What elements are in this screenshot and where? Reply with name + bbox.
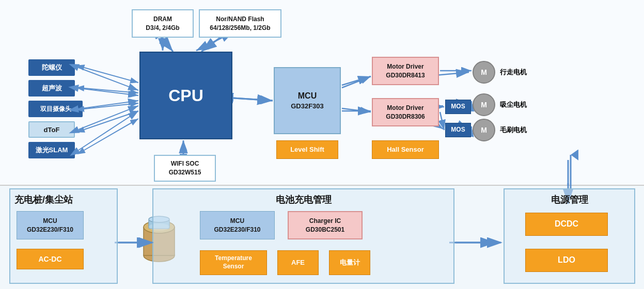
mcu-gd32f303-box: MCU GD32F303: [274, 67, 341, 134]
afe-box: AFE: [277, 250, 319, 275]
motor-1-circle: M: [473, 61, 495, 84]
motor-3-circle: M: [473, 119, 495, 141]
motor-2-label: 吸尘电机: [500, 100, 527, 109]
sensor-gyro: 陀螺仪: [28, 59, 75, 76]
cpu-box: CPU: [139, 52, 232, 139]
mos-2-box: MOS: [445, 123, 471, 137]
battery-mcu-box: MCU GD32E230/F310: [200, 211, 275, 239]
power-meter-box: 电量计: [329, 250, 370, 275]
level-shift-box: Level Shift: [276, 140, 338, 159]
power-mgmt-container: 电源管理 DCDC LDO: [504, 188, 635, 284]
charger-ic-box: Charger IC GD30BC2501: [288, 211, 363, 239]
ldo-box: LDO: [525, 249, 608, 272]
charging-station-container: 充电桩/集尘站 MCU GD32E230/F310 AC-DC: [9, 188, 118, 284]
sensor-ultrasound: 超声波: [28, 80, 75, 97]
temp-sensor-box: TemperatureSensor: [200, 250, 267, 275]
sensor-dtof: dToF: [28, 121, 75, 138]
flash-box: Nor/NAND Flash64/128/256Mb, 1/2Gb: [199, 9, 281, 38]
motor-3-label: 毛刷电机: [500, 125, 527, 135]
mos-1-box: MOS: [445, 100, 471, 114]
charging-mcu-box: MCU GD32E230/F310: [17, 211, 84, 239]
wifi-soc-box: WIFI SOCGD32W515: [154, 155, 216, 182]
dcdc-box: DCDC: [525, 213, 608, 236]
motor-1-label: 行走电机: [500, 68, 527, 77]
dram-box: DRAMD3/4, 2/4Gb: [132, 9, 194, 38]
battery-charging-title: 电池充电管理: [276, 194, 332, 206]
sensor-slam: 激光SLAM: [28, 142, 75, 158]
diagram-container: DRAMD3/4, 2/4Gb Nor/NAND Flash64/128/256…: [0, 0, 644, 289]
acdc-box: AC-DC: [17, 249, 84, 269]
sensor-camera: 双目摄像头: [28, 101, 83, 117]
motor-2-circle: M: [473, 93, 495, 116]
battery-charging-container: 电池充电管理 MCU GD32E230/F310 Charger IC GD30…: [152, 188, 454, 284]
hall-sensor-box: Hall Sensor: [372, 140, 439, 159]
charging-station-title: 充电桩/集尘站: [14, 194, 73, 206]
motor-driver-2-box: Motor Driver GD30DR8306: [372, 98, 439, 126]
power-mgmt-title: 电源管理: [551, 194, 588, 206]
motor-driver-1-box: Motor Driver GD30DR8413: [372, 57, 439, 85]
